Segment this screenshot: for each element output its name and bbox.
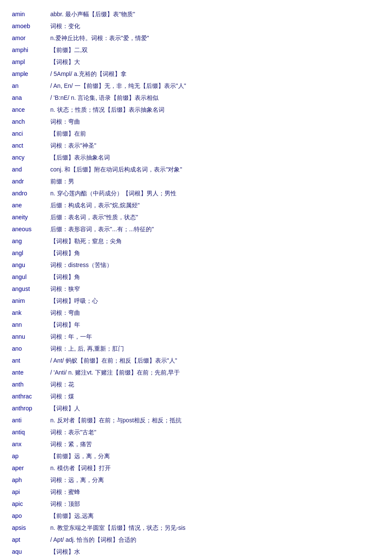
- definition-cell: 【词根】呼吸；心: [47, 295, 383, 307]
- definition-cell: / Apt/ adj. 恰当的【词根】合适的: [47, 534, 383, 546]
- table-row: ang【词根】勒死；窒息；尖角: [9, 235, 383, 247]
- word-cell: aph: [9, 474, 47, 486]
- table-row: amorn.爱神丘比特。词根：表示"爱，情爱": [9, 32, 383, 44]
- word-cell: ampl: [9, 56, 47, 68]
- table-row: aminabbr. 最小声幅【后缀】表"物质": [9, 9, 383, 20]
- table-row: apt/ Apt/ adj. 恰当的【词根】合适的: [9, 534, 383, 546]
- word-cell: anci: [9, 128, 47, 140]
- definition-cell: abbr. 最小声幅【后缀】表"物质": [47, 9, 383, 20]
- definition-cell: / 5Ampl/ a.充裕的【词根】拿: [47, 68, 383, 80]
- table-row: anch词根：弯曲: [9, 116, 383, 128]
- word-cell: ang: [9, 235, 47, 247]
- table-row: amphi【前缀】二,双: [9, 44, 383, 56]
- table-row: ank词根：弯曲: [9, 307, 383, 319]
- word-cell: amphi: [9, 44, 47, 56]
- word-cell: antiq: [9, 427, 47, 439]
- word-cell: ante: [9, 367, 47, 379]
- definition-cell: 词根：煤: [47, 391, 383, 403]
- word-cell: ample: [9, 68, 47, 80]
- definition-cell: 词根：紧，痛苦: [47, 439, 383, 450]
- word-cell: ank: [9, 307, 47, 319]
- definition-cell: 【词根】人: [47, 403, 383, 415]
- definition-cell: 词根：花: [47, 379, 383, 391]
- table-row: anct词根：表示"神圣": [9, 140, 383, 152]
- definition-cell: 【后缀】表示抽象名词: [47, 152, 383, 164]
- word-cell: anthrop: [9, 403, 47, 415]
- definition-cell: / Ant/ 蚂蚁【前缀】在前；相反【后缀】表示"人": [47, 355, 383, 367]
- definition-cell: 【前缀】远,远离: [47, 510, 383, 522]
- word-cell: angl: [9, 247, 47, 259]
- definition-cell: 词根：蜜蜂: [47, 486, 383, 498]
- table-row: antiq词根：表示"古老": [9, 427, 383, 439]
- word-cell: annu: [9, 331, 47, 343]
- definition-cell: 前缀：男: [47, 176, 383, 188]
- definition-cell: 后缀：表名词，表示"性质，状态": [47, 212, 383, 224]
- word-cell: angust: [9, 283, 47, 295]
- table-row: angul【词根】角: [9, 271, 383, 283]
- word-cell: ano: [9, 343, 47, 355]
- word-cell: apo: [9, 510, 47, 522]
- table-row: annu词根：年，一年: [9, 331, 383, 343]
- table-row: ampl【词根】大: [9, 56, 383, 68]
- word-cell: an: [9, 80, 47, 92]
- table-row: anx词根：紧，痛苦: [9, 439, 383, 450]
- definition-cell: 后缀：构成名词，表示"烷,烷属烃": [47, 200, 383, 212]
- vocabulary-table: aminabbr. 最小声幅【后缀】表"物质"amoeb词根：变化amorn.爱…: [9, 9, 383, 555]
- table-row: anthrop【词根】人: [9, 403, 383, 415]
- definition-cell: n. 穿心莲内酯（中药成分）【词根】男人；男性: [47, 188, 383, 200]
- word-cell: anim: [9, 295, 47, 307]
- table-row: anci【前缀】在前: [9, 128, 383, 140]
- table-row: ap【前缀】远，离，分离: [9, 450, 383, 462]
- definition-cell: 后缀：表形容词，表示"...有；...特征的": [47, 224, 383, 235]
- definition-cell: 【词根】水: [47, 546, 383, 555]
- table-row: amoeb词根：变化: [9, 20, 383, 32]
- definition-cell: 【词根】角: [47, 247, 383, 259]
- definition-cell: / 'Anti/ n. 赌注vt. 下赌注【前缀】在前；先前,早于: [47, 367, 383, 379]
- main-content: aminabbr. 最小声幅【后缀】表"物质"amoeb词根：变化amorn.爱…: [0, 0, 392, 555]
- definition-cell: n. 反对者【前缀】在前；与post相反；相反；抵抗: [47, 415, 383, 427]
- definition-cell: 词根：远，离，分离: [47, 474, 383, 486]
- table-row: ano词根：上, 后, 再,重新；肛门: [9, 343, 383, 355]
- word-cell: apic: [9, 498, 47, 510]
- word-cell: aqu: [9, 546, 47, 555]
- word-cell: andro: [9, 188, 47, 200]
- table-row: ancy【后缀】表示抽象名词: [9, 152, 383, 164]
- table-row: ante/ 'Anti/ n. 赌注vt. 下赌注【前缀】在前；先前,早于: [9, 367, 383, 379]
- definition-cell: 词根：变化: [47, 20, 383, 32]
- word-cell: aneous: [9, 224, 47, 235]
- table-row: angust词根：狭窄: [9, 283, 383, 295]
- word-cell: anch: [9, 116, 47, 128]
- table-row: anim【词根】呼吸；心: [9, 295, 383, 307]
- definition-cell: 【前缀】在前: [47, 128, 383, 140]
- word-cell: ana: [9, 92, 47, 104]
- definition-cell: 词根：顶部: [47, 498, 383, 510]
- word-cell: ap: [9, 450, 47, 462]
- table-row: ample/ 5Ampl/ a.充裕的【词根】拿: [9, 68, 383, 80]
- word-cell: ance: [9, 104, 47, 116]
- word-cell: api: [9, 486, 47, 498]
- table-row: angu词根：distress（苦恼）: [9, 259, 383, 271]
- word-cell: angu: [9, 259, 47, 271]
- table-row: api词根：蜜蜂: [9, 486, 383, 498]
- table-row: apsisn. 教堂东端之半圆室【后缀】情况，状态；另见-sis: [9, 522, 383, 534]
- definition-cell: 词根：弯曲: [47, 307, 383, 319]
- definition-cell: n.爱神丘比特。词根：表示"爱，情爱": [47, 32, 383, 44]
- table-row: antin. 反对者【前缀】在前；与post相反；相反；抵抗: [9, 415, 383, 427]
- table-row: an/ An, En/ 一【前缀】无，非，纯无【后缀】表示"人": [9, 80, 383, 92]
- word-cell: anti: [9, 415, 47, 427]
- definition-cell: 【词根】角: [47, 271, 383, 283]
- definition-cell: 【词根】大: [47, 56, 383, 68]
- definition-cell: 词根：distress（苦恼）: [47, 259, 383, 271]
- word-cell: ant: [9, 355, 47, 367]
- word-cell: amoeb: [9, 20, 47, 32]
- table-row: ant/ Ant/ 蚂蚁【前缀】在前；相反【后缀】表示"人": [9, 355, 383, 367]
- table-row: aqu【词根】水: [9, 546, 383, 555]
- definition-cell: n. 模仿者【词根】打开: [47, 462, 383, 474]
- table-row: anthrac词根：煤: [9, 391, 383, 403]
- table-row: andr前缀：男: [9, 176, 383, 188]
- word-cell: ancy: [9, 152, 47, 164]
- table-row: angl【词根】角: [9, 247, 383, 259]
- definition-cell: 词根：年，一年: [47, 331, 383, 343]
- table-row: andron. 穿心莲内酯（中药成分）【词根】男人；男性: [9, 188, 383, 200]
- table-row: anth词根：花: [9, 379, 383, 391]
